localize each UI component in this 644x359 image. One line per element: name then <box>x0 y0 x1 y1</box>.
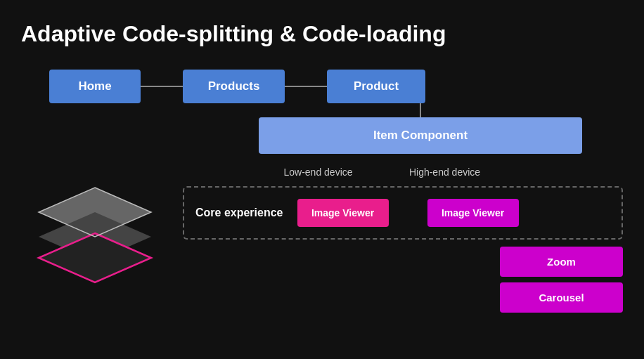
page: Adaptive Code-splitting & Code-loading H… <box>0 0 644 359</box>
core-experience-label: Core experience <box>195 207 283 219</box>
route-row: Home Products Product <box>49 70 623 103</box>
image-viewer-low: Image Viewer <box>297 199 389 227</box>
zoom-box: Zoom <box>500 247 623 277</box>
route-products: Products <box>183 70 285 103</box>
connector-home-products <box>141 86 183 87</box>
extra-features-container: Zoom Carousel <box>183 247 623 313</box>
page-title: Adaptive Code-splitting & Code-loading <box>21 21 623 47</box>
connector-products-product <box>285 86 327 87</box>
high-end-label: High-end device <box>383 167 506 178</box>
lower-section: Low-end device High-end device Core expe… <box>21 167 623 313</box>
image-viewer-high: Image Viewer <box>427 199 519 227</box>
item-component-row: Item Component <box>218 103 623 154</box>
item-component-box: Item Component <box>259 117 582 154</box>
route-home: Home <box>49 70 141 103</box>
viewer-boxes: Image Viewer Image Viewer <box>297 199 519 227</box>
device-labels: Low-end device High-end device <box>253 167 623 178</box>
stack-icon <box>21 174 176 286</box>
low-end-label: Low-end device <box>253 167 383 178</box>
carousel-box: Carousel <box>500 282 623 313</box>
core-experience-container: Core experience Image Viewer Image Viewe… <box>183 186 623 240</box>
vertical-connector <box>420 103 421 117</box>
layers-svg <box>21 174 169 293</box>
route-product: Product <box>327 70 425 103</box>
right-panel: Low-end device High-end device Core expe… <box>183 167 623 313</box>
